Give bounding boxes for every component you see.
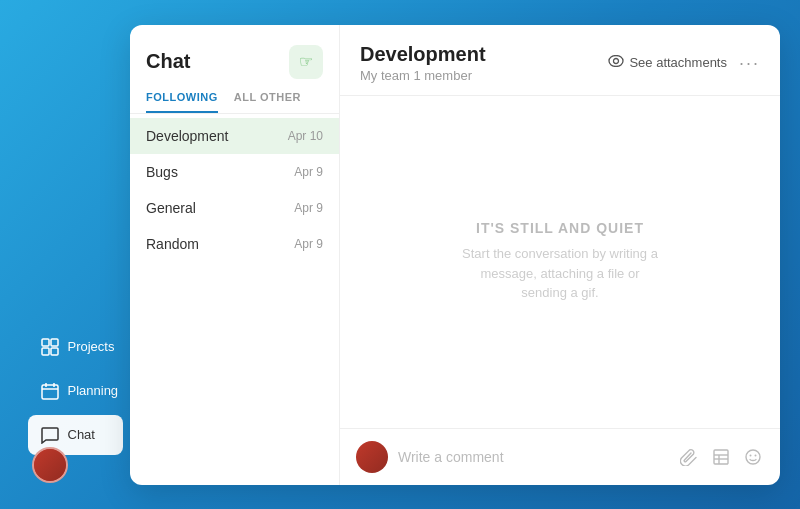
sidebar: Projects Planning Chat [20,25,130,485]
chat-item-name-general: General [146,200,196,216]
svg-point-9 [614,59,619,64]
chat-empty-state: IT'S STILL AND QUIET Start the conversat… [340,96,780,428]
svg-rect-10 [714,450,728,464]
sidebar-item-label-planning: Planning [68,383,119,398]
chat-list-title: Chat [146,50,190,73]
more-options-button[interactable]: ··· [739,54,760,72]
chat-item-name-development: Development [146,128,229,144]
chat-header-title: Development [360,43,486,66]
sidebar-item-planning[interactable]: Planning [28,371,123,411]
chat-content: Development My team 1 member See attachm… [340,25,780,485]
see-attachments-label: See attachments [629,55,727,70]
svg-rect-2 [42,348,49,355]
user-avatar[interactable] [32,447,68,483]
chat-item-name-random: Random [146,236,199,252]
chat-item-development[interactable]: Development Apr 10 [130,118,339,154]
chat-item-date-development: Apr 10 [288,129,323,143]
hand-pointer-icon: ☞ [299,52,313,71]
chat-item-date-general: Apr 9 [294,201,323,215]
svg-rect-3 [51,348,58,355]
svg-point-8 [609,56,623,67]
chat-item-general[interactable]: General Apr 9 [130,190,339,226]
chat-empty-subtitle: Start the conversation by writing a mess… [460,244,660,303]
new-chat-button[interactable]: ☞ [289,45,323,79]
chat-icon [40,425,60,445]
svg-point-15 [750,454,752,456]
svg-rect-0 [42,339,49,346]
chat-list: Chat ☞ FOLLOWING ALL OTHER Development A… [130,25,340,485]
chat-item-date-random: Apr 9 [294,237,323,251]
avatar-image [34,449,66,481]
table-button[interactable] [710,446,732,468]
chat-tabs: FOLLOWING ALL OTHER [130,91,339,114]
comment-input[interactable] [398,449,668,465]
svg-rect-1 [51,339,58,346]
sidebar-item-label-projects: Projects [68,339,115,354]
chat-header: Development My team 1 member See attachm… [340,25,780,96]
tab-following[interactable]: FOLLOWING [146,91,218,113]
chat-empty-title: IT'S STILL AND QUIET [476,220,644,236]
see-attachments-button[interactable]: See attachments [608,55,727,70]
chat-item-random[interactable]: Random Apr 9 [130,226,339,262]
eye-icon [608,55,624,70]
chat-item-date-bugs: Apr 9 [294,165,323,179]
projects-icon [40,337,60,357]
sidebar-item-projects[interactable]: Projects [28,327,123,367]
chat-input-area [340,428,780,485]
tab-all-other[interactable]: ALL OTHER [234,91,301,113]
svg-point-14 [746,450,760,464]
svg-point-16 [755,454,757,456]
user-avatar-input [356,441,388,473]
chat-header-subtitle: My team 1 member [360,68,486,83]
emoji-button[interactable] [742,446,764,468]
chat-input-actions [678,446,764,468]
sidebar-item-label-chat: Chat [68,427,95,442]
chat-item-bugs[interactable]: Bugs Apr 9 [130,154,339,190]
main-panel: Chat ☞ FOLLOWING ALL OTHER Development A… [130,25,780,485]
svg-rect-4 [42,385,58,399]
chat-list-header: Chat ☞ [130,25,339,91]
attach-file-button[interactable] [678,446,700,468]
planning-icon [40,381,60,401]
chat-header-right: See attachments ··· [608,54,760,72]
chat-item-name-bugs: Bugs [146,164,178,180]
chat-header-left: Development My team 1 member [360,43,486,83]
